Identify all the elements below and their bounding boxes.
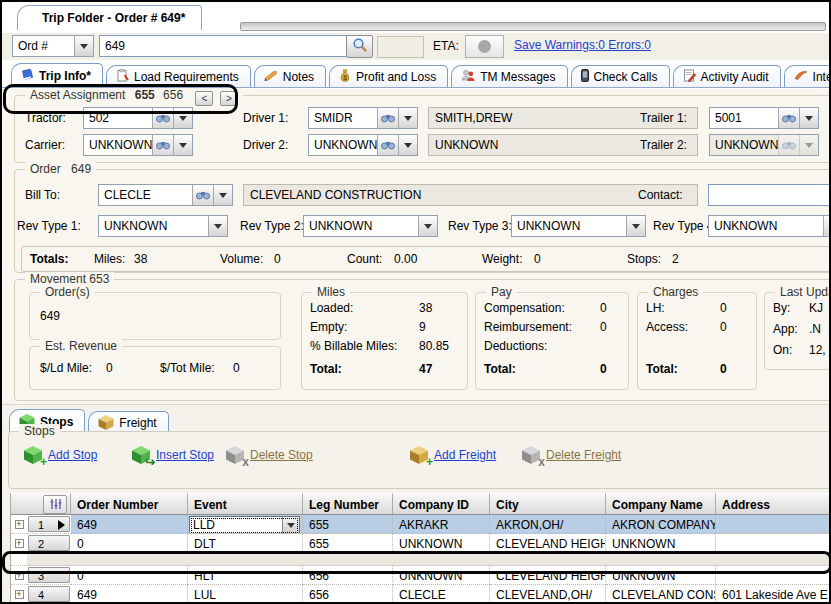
cell-order-number[interactable]: 649 <box>71 515 188 534</box>
carrier-combo[interactable]: UNKNOWN <box>83 134 193 156</box>
trailer1-lookup-binoculars-icon[interactable] <box>778 108 799 128</box>
search-button[interactable] <box>346 35 373 58</box>
expand-plus-icon[interactable]: + <box>11 534 27 553</box>
tab-interm[interactable]: Interm <box>784 65 829 87</box>
driver1-lookup-binoculars-icon[interactable] <box>377 108 398 128</box>
column-header-event[interactable]: Event <box>188 493 303 515</box>
cell-address[interactable] <box>716 515 831 534</box>
dropdown-arrow-icon[interactable] <box>398 135 417 155</box>
tractor-lookup-binoculars-icon[interactable] <box>152 108 173 128</box>
tab-trip-info[interactable]: Trip Info* <box>11 63 103 87</box>
cell-company-id[interactable]: UNKNOWN <box>393 566 490 585</box>
expand-plus-icon[interactable]: + <box>11 566 27 585</box>
dropdown-arrow-icon[interactable] <box>626 216 645 236</box>
search-field-selector[interactable]: Ord # <box>12 35 94 57</box>
driver2-combo[interactable]: UNKNOWN <box>308 134 418 156</box>
dropdown-arrow-icon[interactable] <box>74 36 93 56</box>
dropdown-arrow-icon[interactable] <box>823 216 831 236</box>
dropdown-arrow-icon[interactable] <box>799 108 818 128</box>
tab-activity-audit[interactable]: Activity Audit <box>673 65 781 87</box>
cell-city[interactable]: CLEVELAND,OH/ <box>490 585 606 604</box>
rev-type1-combo[interactable]: UNKNOWN <box>98 215 228 237</box>
order-number-input[interactable]: 649 <box>99 35 361 57</box>
column-header-order-number[interactable]: Order Number <box>71 493 188 515</box>
cell-leg-number[interactable]: 655 <box>303 534 393 553</box>
cell-company-name[interactable]: UNKNOWN <box>606 566 716 585</box>
cell-event[interactable]: LUL <box>188 585 303 604</box>
tab-load-requirements[interactable]: Load Requirements <box>106 65 251 87</box>
dropdown-arrow-icon[interactable] <box>173 108 192 128</box>
cell-order-number[interactable]: 649 <box>71 585 188 604</box>
save-warnings-errors-link[interactable]: Save Warnings:0 Errors:0 <box>514 38 651 52</box>
cell-leg-number[interactable]: 655 <box>303 515 393 534</box>
cell-order-number[interactable]: 0 <box>71 566 188 585</box>
carrier-lookup-binoculars-icon[interactable] <box>152 135 173 155</box>
tab-profit-and-loss[interactable]: $ Profit and Loss <box>329 65 448 87</box>
cell-event[interactable]: HLT <box>188 566 303 585</box>
trailer1-combo[interactable]: 5001 <box>709 107 819 129</box>
cell-company-name[interactable]: UNKNOWN <box>606 534 716 553</box>
grid-row-4[interactable]: + 4 649 LUL 656 CLECLE CLEVELAND,OH/ CLE… <box>11 585 831 604</box>
bill-to-combo[interactable]: CLECLE <box>98 184 233 206</box>
cell-leg-number[interactable]: 656 <box>303 585 393 604</box>
tractor-combo[interactable]: 502 <box>83 107 193 129</box>
cell-leg-number[interactable]: 656 <box>303 566 393 585</box>
tab-freight[interactable]: Freight <box>88 411 168 433</box>
dropdown-arrow-icon[interactable] <box>213 185 232 205</box>
row-selector-3[interactable]: 3 <box>27 566 71 585</box>
dropdown-arrow-icon[interactable] <box>208 216 227 236</box>
dropdown-arrow-icon[interactable] <box>418 216 437 236</box>
cell-city[interactable]: CLEVELAND HEIGH... <box>490 534 606 553</box>
delete-freight-action[interactable]: x Delete Freight <box>521 446 621 464</box>
rev-type2-combo[interactable]: UNKNOWN <box>303 215 438 237</box>
grid-row-1[interactable]: + 1 649 LLD 655 AKRAKR AKRON,OH/ AKRON C… <box>11 515 831 534</box>
grid-row-3[interactable]: + 3 0 HLT 656 UNKNOWN CLEVELAND HEIGH...… <box>11 566 831 585</box>
column-header-company-id[interactable]: Company ID <box>393 493 490 515</box>
cell-company-id[interactable]: CLECLE <box>393 585 490 604</box>
dropdown-arrow-icon[interactable] <box>398 108 417 128</box>
dropdown-arrow-icon[interactable] <box>282 517 299 534</box>
bill-to-lookup-binoculars-icon[interactable] <box>192 185 213 205</box>
est-revenue-label: Est. Revenue <box>40 339 122 353</box>
cell-order-number[interactable]: 0 <box>71 534 188 553</box>
contact-input[interactable] <box>708 184 831 206</box>
expand-plus-icon[interactable]: + <box>11 585 27 604</box>
row-selector-4[interactable]: 4 <box>27 585 71 604</box>
cell-event[interactable]: DLT <box>188 534 303 553</box>
tab-tm-messages[interactable]: TM Messages <box>451 65 567 87</box>
insert-stop-action[interactable]: ↪ Insert Stop <box>131 446 214 464</box>
add-freight-action[interactable]: + Add Freight <box>409 446 496 464</box>
cell-address[interactable]: 601 Lakeside Ave E <box>716 585 831 604</box>
tab-notes[interactable]: Notes <box>254 65 326 87</box>
rev-type3-combo[interactable]: UNKNOWN <box>511 215 646 237</box>
tab-check-calls[interactable]: Check Calls <box>571 65 670 87</box>
cell-address[interactable] <box>716 566 831 585</box>
grid-row-2[interactable]: + 2 0 DLT 655 UNKNOWN CLEVELAND HEIGH...… <box>11 534 831 553</box>
driver1-combo[interactable]: SMIDR <box>308 107 418 129</box>
cell-company-id[interactable]: UNKNOWN <box>393 534 490 553</box>
delete-stop-action[interactable]: x Delete Stop <box>225 446 313 464</box>
driver2-lookup-binoculars-icon[interactable] <box>377 135 398 155</box>
column-header-company-name[interactable]: Company Name <box>606 493 716 515</box>
row-selector-2[interactable]: 2 <box>27 534 71 553</box>
cell-company-name[interactable]: AKRON COMPANY <box>606 515 716 534</box>
column-header-address[interactable]: Address <box>716 493 831 515</box>
column-header-leg-number[interactable]: Leg Number <box>303 493 393 515</box>
cell-address[interactable] <box>716 534 831 553</box>
row-selector-1[interactable]: 1 <box>27 515 71 534</box>
cell-event[interactable]: LLD <box>188 515 303 534</box>
column-header-city[interactable]: City <box>490 493 606 515</box>
cell-company-id[interactable]: AKRAKR <box>393 515 490 534</box>
cell-city[interactable]: AKRON,OH/ <box>490 515 606 534</box>
document-tab[interactable]: Trip Folder - Order # 649* <box>17 5 202 30</box>
rev-type4-combo[interactable]: UNKNOWN <box>708 215 831 237</box>
column-chooser-button[interactable] <box>43 495 67 514</box>
add-stop-action[interactable]: + Add Stop <box>23 446 97 464</box>
cell-company-name[interactable]: CLEVELAND CONS... <box>606 585 716 604</box>
dropdown-arrow-icon[interactable] <box>173 135 192 155</box>
prev-leg-button[interactable]: < <box>195 91 213 106</box>
event-combo[interactable]: LLD <box>189 516 300 534</box>
expand-plus-icon[interactable]: + <box>11 515 27 534</box>
cell-city[interactable]: CLEVELAND HEIGH... <box>490 566 606 585</box>
next-leg-button[interactable]: > <box>220 91 238 106</box>
